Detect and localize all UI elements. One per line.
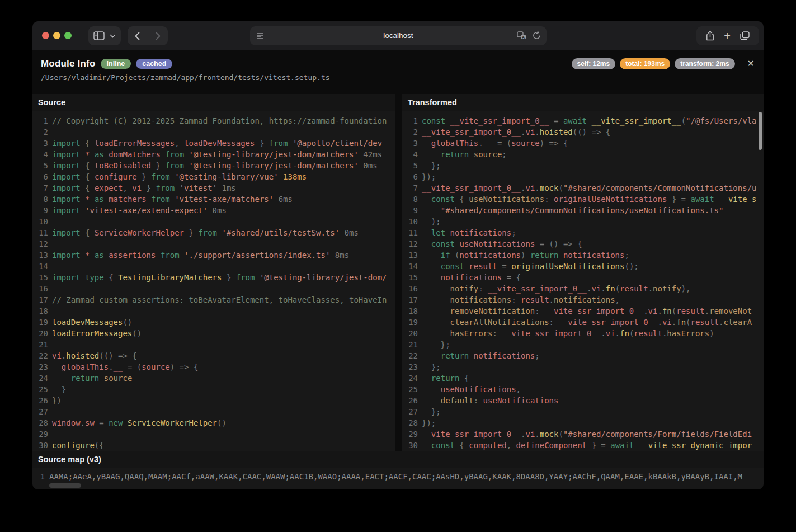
minimize-window-button[interactable]	[53, 32, 60, 39]
inline-badge: inline	[101, 59, 131, 69]
code-line: 14 const result = originalUseNotificatio…	[402, 261, 764, 272]
code-line: 23 globalThis.__ = (source) => {	[32, 361, 395, 373]
code-line: 21 };	[402, 339, 764, 350]
code-line: 4import * as domMatchers from '@testing-…	[32, 149, 395, 160]
module-file-path: /Users/vladimir/Projects/zammad/app/fron…	[41, 73, 755, 82]
chevron-down-icon[interactable]	[110, 34, 116, 38]
sourcemap-mapping-text: AAMA;AAeA,yBAAG,QAAQ,MAAM;AACf,aAAW,KAAK…	[45, 471, 742, 482]
sidebar-toggle-group	[88, 26, 121, 45]
toolbar-actions-group: +	[696, 26, 759, 45]
code-line: 26})	[32, 395, 395, 406]
code-line: 10	[32, 216, 395, 227]
code-panels: Source 1// Copyright (C) 2012-2025 Zamma…	[32, 94, 764, 451]
traffic-lights	[42, 32, 72, 39]
cached-badge: cached	[136, 59, 172, 69]
code-line: 12	[32, 238, 395, 249]
page-title: Module Info	[41, 58, 96, 69]
code-line: 2__vite_ssr_import_0__.vi.hoisted(() => …	[402, 126, 764, 138]
code-line: 25 useNotifications,	[402, 384, 764, 395]
horizontal-scrollbar-thumb[interactable]	[49, 483, 81, 488]
code-line: 26 default: useNotifications	[402, 395, 764, 406]
code-line: 4 return source;	[402, 149, 764, 160]
sidebar-icon[interactable]	[93, 31, 105, 40]
code-line: 28});	[402, 417, 764, 429]
code-line: 12 const useNotifications = () => {	[402, 238, 764, 249]
code-line: 6});	[402, 171, 764, 182]
code-line: 19 clearAllNotifications: __vite_ssr_imp…	[402, 317, 764, 328]
code-line: 5 };	[402, 160, 764, 171]
code-line: 19loadDevMessages()	[32, 317, 395, 328]
code-line: 25 }	[32, 384, 395, 395]
code-line: 9import 'vitest-axe/extend-expect' 0ms	[32, 205, 395, 216]
transform-time-badge: transform: 2ms	[675, 58, 734, 69]
nav-buttons-group	[128, 26, 168, 45]
code-line: 21	[32, 339, 395, 350]
vertical-scrollbar-thumb[interactable]	[759, 112, 762, 150]
source-panel: Source 1// Copyright (C) 2012-2025 Zamma…	[32, 94, 395, 451]
new-tab-icon[interactable]: +	[724, 30, 731, 41]
translate-icon[interactable]: A	[517, 31, 526, 40]
sourcemap-line: 1 AAMA;AAeA,yBAAG,QAAQ,MAAM;AACf,aAAW,KA…	[32, 471, 764, 482]
browser-window: localhost A	[32, 21, 764, 489]
code-line: 23 };	[402, 361, 764, 373]
share-icon[interactable]	[706, 31, 714, 41]
transformed-code: 1const __vite_ssr_import_0__ = await __v…	[402, 111, 764, 451]
code-line: 3 globalThis.__ = (source) => {	[402, 138, 764, 149]
reload-icon[interactable]	[533, 31, 541, 40]
code-line: 13 if (notifications) return notificatio…	[402, 249, 764, 261]
sourcemap-line-number: 1	[32, 471, 45, 482]
code-line: 6import { configure } from '@testing-lib…	[32, 171, 395, 182]
total-time-badge: total: 193ms	[620, 58, 670, 69]
code-line: 16 notify: __vite_ssr_import_0__.vi.fn(r…	[402, 283, 764, 294]
code-line: 13import * as assertions from './support…	[32, 249, 395, 261]
code-line: 7import { expect, vi } from 'vitest' 1ms	[32, 182, 395, 194]
code-line: 9 "#shared/components/CommonNotification…	[402, 205, 764, 216]
forward-button[interactable]	[156, 32, 161, 40]
back-button[interactable]	[135, 32, 140, 40]
address-bar[interactable]: localhost A	[250, 26, 547, 45]
code-line: 29	[32, 429, 395, 440]
code-line: 10 );	[402, 216, 764, 227]
code-line: 29__vite_ssr_import_0__.vi.mock("#shared…	[402, 429, 764, 440]
transformed-panel-title: Transformed	[402, 94, 764, 111]
transformed-panel: Transformed 1const __vite_ssr_import_0__…	[402, 94, 764, 451]
code-line: 18 removeNotification: __vite_ssr_import…	[402, 305, 764, 317]
code-line: 27	[32, 406, 395, 417]
timing-badges: self: 12ms total: 193ms transform: 2ms ✕	[572, 58, 755, 69]
url-text: localhost	[250, 26, 547, 45]
code-line: 17// Zammad custom assertions: toBeAvata…	[32, 294, 395, 305]
sourcemap-title: Source map (v3)	[32, 451, 764, 468]
code-line: 2	[32, 126, 395, 138]
code-line: 17 notifications: result.notifications,	[402, 294, 764, 305]
code-line: 18	[32, 305, 395, 317]
code-line: 15import type { TestingLibraryMatchers }…	[32, 272, 395, 283]
self-time-badge: self: 12ms	[572, 58, 616, 69]
code-line: 24 return {	[402, 373, 764, 384]
code-line: 3import { loadErrorMessages, loadDevMess…	[32, 138, 395, 149]
code-line: 20loadErrorMessages()	[32, 328, 395, 339]
source-code: 1// Copyright (C) 2012-2025 Zammad Found…	[32, 111, 395, 451]
code-line: 8import * as matchers from 'vitest-axe/m…	[32, 194, 395, 205]
code-line: 28window.sw = new ServiceWorkerHelper()	[32, 417, 395, 429]
code-line: 24 return source	[32, 373, 395, 384]
svg-text:A: A	[522, 35, 525, 39]
sourcemap-code: 1 AAMA;AAeA,yBAAG,QAAQ,MAAM;AACf,aAAW,KA…	[32, 468, 764, 489]
close-window-button[interactable]	[42, 32, 49, 39]
sourcemap-section: Source map (v3) 1 AAMA;AAeA,yBAAG,QAAQ,M…	[32, 451, 764, 489]
code-line: 22 return notifications;	[402, 350, 764, 361]
code-line: 14	[32, 261, 395, 272]
code-line: 1// Copyright (C) 2012-2025 Zammad Found…	[32, 115, 395, 126]
code-line: 8 const { useNotifications: originalUseN…	[402, 194, 764, 205]
code-line: 11 let notifications;	[402, 227, 764, 238]
browser-toolbar: localhost A	[32, 21, 764, 50]
code-line: 30 const { computed, defineComponent } =…	[402, 440, 764, 451]
code-line: 7__vite_ssr_import_0__.vi.mock("#shared/…	[402, 182, 764, 194]
code-line: 20 hasErrors: __vite_ssr_import_0__.vi.f…	[402, 328, 764, 339]
tab-overview-icon[interactable]	[740, 31, 750, 40]
zoom-window-button[interactable]	[64, 32, 72, 39]
module-info-header: Module Info inline cached self: 12ms tot…	[32, 50, 764, 94]
code-line: 1const __vite_ssr_import_0__ = await __v…	[402, 115, 764, 126]
code-line: 11import { ServiceWorkerHelper } from '#…	[32, 227, 395, 238]
close-icon[interactable]: ✕	[747, 59, 755, 68]
source-panel-title: Source	[32, 94, 395, 111]
